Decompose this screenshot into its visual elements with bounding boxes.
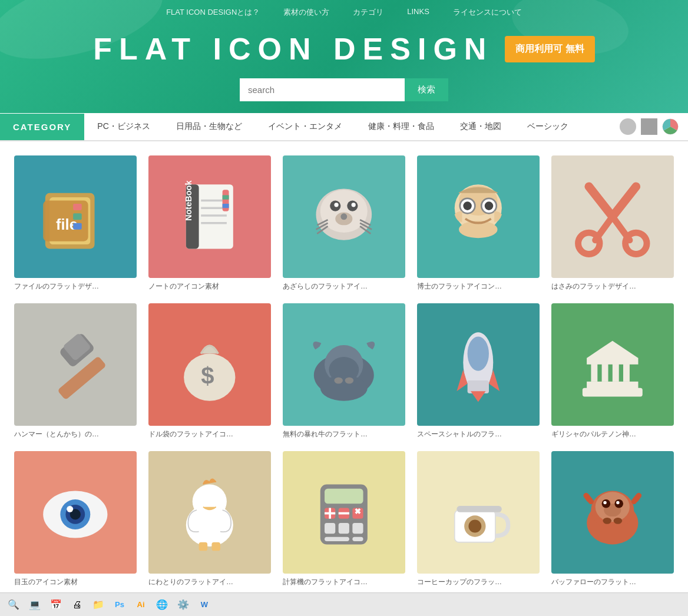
category-daily-life[interactable]: 日用品・生物など	[163, 113, 255, 140]
icon-label: 博士のフラットアイコン…	[417, 281, 540, 292]
svg-rect-6	[73, 214, 82, 220]
svg-text:$: $	[201, 363, 214, 389]
icon-label: あざらしのフラットアイ…	[283, 281, 405, 292]
icon-grid: file ファイルのフラットデザ… NoteBook	[14, 155, 674, 616]
category-label: CATEGORY	[0, 114, 84, 140]
svg-rect-82	[353, 508, 363, 519]
svg-marker-66	[587, 341, 638, 358]
taskbar-folder[interactable]: 📁	[91, 597, 106, 612]
svg-point-100	[603, 518, 612, 524]
svg-rect-63	[613, 362, 619, 382]
svg-point-95	[469, 520, 482, 533]
icon-label: にわとりのフラットアイ…	[148, 577, 271, 587]
icon-item-eye[interactable]: 目玉のアイコン素材	[14, 451, 137, 587]
icon-item-hammer[interactable]: ハンマー（とんかち）の…	[14, 303, 137, 439]
svg-point-55	[345, 377, 354, 384]
svg-line-39	[613, 187, 636, 217]
icon-label: コーヒーカップのフラッ…	[417, 577, 540, 587]
commercial-badge[interactable]: 商用利用可 無料	[505, 36, 594, 62]
nav-about[interactable]: FLAT ICON DESIGNとは？	[166, 7, 260, 18]
svg-point-106	[616, 501, 619, 504]
svg-rect-85	[353, 523, 363, 534]
icon-label: 無料の暴れ牛のフラット…	[283, 429, 405, 439]
logo-area: FLAT ICON DESIGN 商用利用可 無料	[0, 22, 688, 78]
icon-item-buffalo[interactable]: バッファローのフラット…	[551, 451, 674, 587]
icon-label: はさみのフラットデザイ…	[551, 281, 674, 292]
icon-item-seal[interactable]: あざらしのフラットアイ…	[283, 155, 405, 292]
search-input[interactable]	[240, 78, 405, 101]
taskbar-gear[interactable]: ⚙️	[176, 597, 191, 612]
taskbar-illustrator[interactable]: Ai	[133, 597, 148, 612]
main-content: file ファイルのフラットデザ… NoteBook	[0, 141, 688, 616]
search-button[interactable]: 検索	[405, 78, 448, 101]
taskbar-computer[interactable]: 💻	[27, 597, 42, 612]
category-pc-business[interactable]: PC・ビジネス	[84, 113, 163, 140]
icon-item-file[interactable]: file ファイルのフラットデザ…	[14, 155, 137, 292]
category-basic[interactable]: ベーシック	[514, 113, 581, 140]
icon-item-moneybag[interactable]: $ ドル袋のフラットアイコ…	[148, 303, 271, 439]
svg-rect-5	[73, 204, 82, 210]
svg-rect-45	[57, 356, 107, 400]
taskbar-search[interactable]: 🔍	[6, 597, 21, 612]
svg-line-43	[613, 217, 630, 240]
svg-rect-83	[325, 523, 335, 534]
svg-text:NoteBook: NoteBook	[184, 180, 193, 221]
icon-item-professor[interactable]: 博士のフラットアイコン…	[417, 155, 540, 292]
svg-rect-64	[623, 362, 630, 382]
category-events[interactable]: イベント・エンタメ	[255, 113, 355, 140]
svg-point-25	[341, 214, 348, 220]
taskbar-chrome[interactable]: 🌐	[154, 597, 170, 612]
icon-item-calculator[interactable]: 計算機のフラットアイコ…	[283, 451, 405, 587]
taskbar-printer[interactable]: 🖨	[70, 597, 85, 612]
svg-rect-79	[325, 489, 363, 504]
svg-point-23	[352, 203, 356, 207]
color-square-filter[interactable]	[641, 118, 657, 135]
svg-rect-16	[223, 196, 229, 200]
nav-category[interactable]: カテゴリ	[353, 7, 383, 18]
category-items: PC・ビジネス 日用品・生物など イベント・エンタメ 健康・料理・食品 交通・地…	[84, 113, 610, 140]
svg-rect-17	[223, 204, 229, 208]
site-title: FLAT ICON DESIGN	[93, 31, 493, 67]
category-right	[610, 118, 688, 135]
icon-label: 計算機のフラットアイコ…	[283, 577, 405, 587]
svg-point-53	[320, 375, 368, 401]
icon-item-chicken[interactable]: にわとりのフラットアイ…	[148, 451, 271, 587]
icon-label: バッファローのフラット…	[551, 577, 674, 587]
icon-label: ノートのアイコン素材	[148, 281, 271, 292]
svg-line-40	[589, 187, 613, 217]
icon-item-shuttle[interactable]: スペースシャトルのフラ…	[417, 303, 540, 439]
icon-label: 目玉のアイコン素材	[14, 577, 137, 587]
nav-links[interactable]: LINKS	[407, 7, 429, 18]
icon-label: ギリシャのパルテノン神…	[551, 429, 674, 439]
svg-rect-76	[199, 542, 208, 551]
svg-point-105	[604, 501, 607, 504]
icon-item-scissors[interactable]: はさみのフラットデザイ…	[551, 155, 674, 292]
nav-license[interactable]: ライセンスについて	[453, 7, 522, 18]
color-pie-icon[interactable]	[662, 118, 679, 135]
svg-point-54	[335, 377, 343, 384]
svg-point-75	[203, 497, 206, 500]
icon-label: スペースシャトルのフラ…	[417, 429, 540, 439]
svg-point-73	[193, 485, 227, 519]
icon-item-parthenon[interactable]: ギリシャのパルテノン神…	[551, 303, 674, 439]
taskbar-calendar[interactable]: 📅	[48, 597, 64, 612]
nav-usage[interactable]: 素材の使い方	[283, 7, 329, 18]
svg-point-57	[468, 337, 489, 371]
svg-rect-7	[73, 223, 82, 230]
svg-rect-77	[212, 542, 221, 551]
taskbar-word[interactable]: W	[197, 597, 212, 612]
color-circle-filter[interactable]	[620, 118, 636, 135]
svg-rect-60	[587, 382, 638, 390]
icon-label: ファイルのフラットデザ…	[14, 281, 137, 292]
icon-item-notebook[interactable]: NoteBook ノートのアイコン素材	[148, 155, 271, 292]
svg-point-101	[614, 518, 623, 524]
icon-item-coffee[interactable]: コーヒーカップのフラッ…	[417, 451, 540, 587]
svg-line-44	[596, 217, 613, 240]
icon-label: ハンマー（とんかち）の…	[14, 429, 137, 439]
taskbar-photoshop[interactable]: Ps	[112, 597, 127, 612]
category-transport[interactable]: 交通・地図	[447, 113, 514, 140]
svg-rect-87	[353, 537, 363, 541]
svg-rect-65	[587, 358, 638, 365]
category-health-food[interactable]: 健康・料理・食品	[355, 113, 447, 140]
icon-item-bull[interactable]: 無料の暴れ牛のフラット…	[283, 303, 405, 439]
